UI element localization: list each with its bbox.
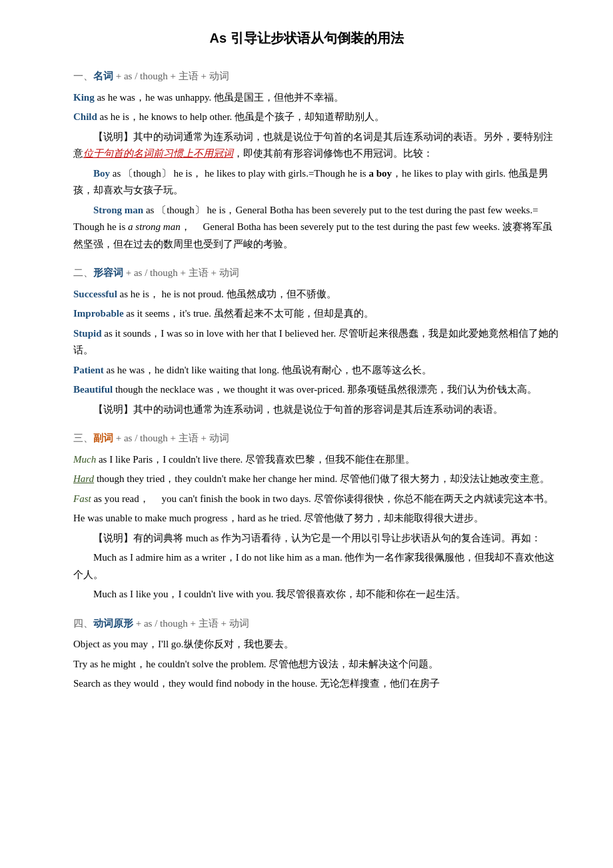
para-king: King as he was，he was unhappy. 他虽是国王，但他并… [73, 89, 560, 107]
para-hard: Hard though they tried，they couldn't mak… [73, 471, 560, 488]
para-admire: Much as I admire him as a writer，I do no… [73, 549, 560, 583]
para-successful: Successful as he is， he is not proud. 他虽… [73, 286, 560, 303]
section-4: 四、动词原形 + as / though + 主语 + 动词 Object as… [53, 615, 560, 693]
page-title: As 引导让步状语从句倒装的用法 [53, 27, 560, 49]
section-3-heading: 三、副词 + as / though + 主语 + 动词 [73, 430, 560, 447]
section-2-heading: 二、形容词 + as / though + 主语 + 动词 [73, 265, 560, 282]
para-unable: He was unable to make much progress，hard… [73, 510, 560, 527]
para-patient: Patient as he was，he didn't like waiting… [73, 362, 560, 379]
para-stupid: Stupid as it sounds，I was so in love wit… [73, 325, 560, 359]
para-object: Object as you may，I'll go.纵使你反对，我也要去。 [73, 636, 560, 653]
para-strongman: Strong man as 〔though〕 he is，General Bot… [73, 202, 560, 253]
section-1-heading: 一、名词 + as / though + 主语 + 动词 [73, 68, 560, 85]
para-beautiful: Beautiful though the necklace was，we tho… [73, 381, 560, 399]
note-3: 【说明】有的词典将 much as 作为习语看待，认为它是一个用以引导让步状语从… [73, 530, 560, 547]
para-try: Try as he might，he couldn't solve the pr… [73, 656, 560, 673]
para-improbable: Improbable as it seems，it's true. 虽然看起来不… [73, 305, 560, 323]
section-1: 一、名词 + as / though + 主语 + 动词 King as he … [53, 68, 560, 253]
note-1: 【说明】其中的动词通常为连系动词，也就是说位于句首的名词是其后连系动词的表语。另… [73, 129, 560, 163]
note-2: 【说明】其中的动词也通常为连系动词，也就是说位于句首的形容词是其后连系动词的表语… [73, 401, 560, 419]
section-2-keyword: 形容词 [93, 267, 123, 278]
para-search: Search as they would，they would find nob… [73, 675, 560, 693]
section-4-heading: 四、动词原形 + as / though + 主语 + 动词 [73, 615, 560, 633]
para-like-you: Much as I like you，I couldn't live with … [73, 586, 560, 603]
para-boy: Boy as 〔though〕 he is， he likes to play … [73, 165, 560, 199]
section-1-keyword: 名词 [93, 71, 113, 81]
section-3-keyword: 副词 [93, 433, 113, 443]
section-3: 三、副词 + as / though + 主语 + 动词 Much as I l… [53, 430, 560, 603]
section-4-keyword: 动词原形 [93, 618, 133, 629]
para-much: Much as I like Paris，I couldn't live the… [73, 451, 560, 469]
section-2: 二、形容词 + as / though + 主语 + 动词 Successful… [53, 265, 560, 418]
para-child: Child as he is，he knows to help other. 他… [73, 109, 560, 126]
para-fast: Fast as you read， you can't finish the b… [73, 491, 560, 508]
